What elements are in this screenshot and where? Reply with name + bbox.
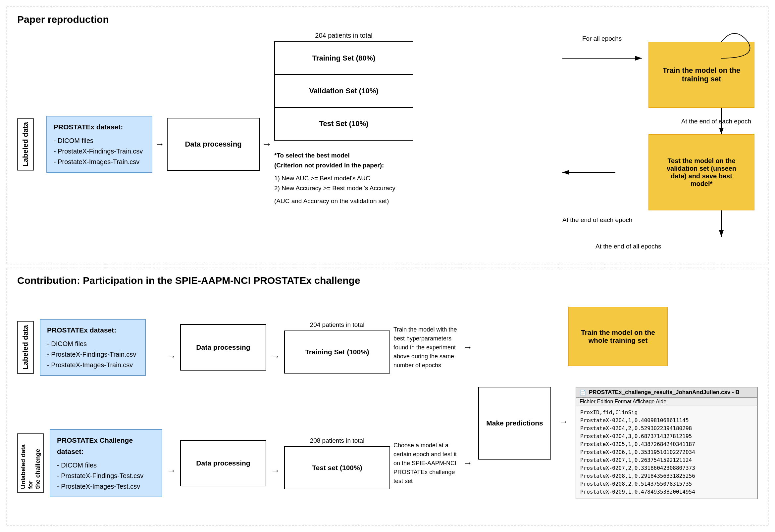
file-row-7: ProstateX-0208,1,0.29184356331825256 <box>580 472 753 480</box>
bottom-dp-top-container: Data processing <box>180 293 266 402</box>
make-predictions-container: Make predictions <box>478 387 551 460</box>
sets-box: Training Set (80%) Validation Set (10%) … <box>274 41 413 141</box>
bottom-dp-top: Data processing <box>180 324 266 371</box>
bottom-labeled-item-3: - ProstateX-Images-Train.csv <box>47 360 138 370</box>
file-row-9: ProstateX-0209,1,0.47849353820014954 <box>580 488 753 496</box>
top-note: *To select the best model (Criterion not… <box>274 151 413 206</box>
file-row-8: ProstateX-0208,2,0.5143755078315735 <box>580 480 753 488</box>
bottom-test-set-container: 208 patients in total Test set (100%) <box>284 409 390 518</box>
file-row-2: ProstateX-0204,3,0.6873714327812195 <box>580 432 753 440</box>
bottom-test-set-box: Test set (100%) <box>284 446 390 489</box>
arrow-1: → <box>152 32 167 257</box>
file-row-5: ProstateX-0207,1,0.2637541592121124 <box>580 456 753 464</box>
top-dataset-box: PROSTATEx dataset: - DICOM files - Prost… <box>46 116 152 173</box>
file-viewer-title-bar: 📄 PROSTATEx_challenge_results_JohanAndJu… <box>576 387 757 398</box>
bottom-labeled-dataset-title: PROSTATEx dataset: <box>47 325 138 336</box>
arrow-to-predictions: → <box>460 458 475 468</box>
bottom-left: Labeled data PROSTATEx dataset: - DICOM … <box>17 293 162 518</box>
train-note: Train the model with the best hyperparam… <box>393 325 460 370</box>
bottom-arrow2-top: → <box>268 351 283 362</box>
note-item-1: 1) New AUC >= Best model's AUC <box>274 173 413 183</box>
bottom-right-col: Train the model on the whole training se… <box>478 293 758 518</box>
top-patients-total: 204 patients in total <box>274 32 413 39</box>
file-row-1: ProstateX-0204,2,0.5293022394180298 <box>580 424 753 432</box>
note-title: *To select the best model <box>274 151 413 160</box>
right-flow: For all epochs Train the model on the tr… <box>562 32 754 257</box>
bottom-unlabeled-item-1: - DICOM files <box>57 460 155 470</box>
bottom-training-set-box: Training Set (100%) <box>284 331 390 374</box>
at-end-each-right-label: At the end of each epoch <box>681 118 751 125</box>
bottom-unlabeled-item-2: - ProstateX-Findings-Test.csv <box>57 470 155 481</box>
training-set-item: Training Set (80%) <box>275 42 413 75</box>
bottom-patients-top: 204 patients in total <box>310 321 365 329</box>
for-all-epochs-label: For all epochs <box>582 35 622 42</box>
bottom-sets-col: 204 patients in total Training Set (100%… <box>284 293 390 518</box>
file-icon: 📄 <box>579 389 586 396</box>
bottom-top-note-area: Train the model with the best hyperparam… <box>393 293 475 402</box>
bottom-unlabeled-item-3: - ProstateX-Images-Test.csv <box>57 481 155 492</box>
top-dataset-title: PROSTATEx dataset: <box>54 121 145 133</box>
labeled-data-side: Labeled data <box>17 32 40 257</box>
bottom-notes-col: Train the model with the best hyperparam… <box>390 293 478 518</box>
file-row-6: ProstateX-0207,2,0.33186042308807373 <box>580 464 753 472</box>
bottom-bottom-note-area: Choose a model at a certain epoch and te… <box>393 409 475 518</box>
test-box: Test the model on the validation set (un… <box>649 134 754 210</box>
bottom-labeled-dataset-box: PROSTATEx dataset: - DICOM files - Prost… <box>40 319 146 376</box>
top-dataset-item-3: - ProstateX-Images-Train.csv <box>54 156 145 167</box>
at-end-each-left-label: At the end of each epoch <box>562 216 632 224</box>
test-set-item: Test Set (10%) <box>275 108 413 140</box>
top-section: Paper reproduction Labeled data PROSTATE… <box>7 7 768 264</box>
bottom-labeled-item-2: - ProstateX-Findings-Train.csv <box>47 349 138 360</box>
bottom-labeled-item-1: - DICOM files <box>47 338 138 349</box>
file-row-0: ProstateX-0204,1,0.400981068611145 <box>580 417 753 424</box>
top-data-processing-box: Data processing <box>167 118 260 171</box>
file-row-4: ProstateX-0206,1,0.35319510102272034 <box>580 448 753 456</box>
arrow-to-file: → <box>556 417 570 427</box>
file-viewer-content: ProxID,fid,ClinSig ProstateX-0204,1,0.40… <box>576 406 757 499</box>
predictions-area: Make predictions → 📄 PROSTATEx_challenge… <box>478 387 758 518</box>
arrow-to-train-whole: → <box>460 342 475 353</box>
file-header: ProxID,fid,ClinSig <box>580 409 753 417</box>
top-dataset-container: PROSTATEx dataset: - DICOM files - Prost… <box>46 32 152 257</box>
note-item-2: 2) New Accuracy >= Best model's Accuracy <box>274 183 413 193</box>
top-dataset-item-2: - ProstateX-Findings-Train.csv <box>54 146 145 156</box>
choose-note: Choose a model at a certain epoch and te… <box>393 441 460 486</box>
file-row-3: ProstateX-0205,1,0.43872684240341187 <box>580 440 753 448</box>
bottom-arrow-top: → <box>164 351 178 362</box>
bottom-dp-bottom: Data processing <box>180 440 266 486</box>
bottom-unlabeled-data-label: Unlabeled data for the challenge <box>17 433 44 493</box>
arrow-2: → <box>260 32 274 257</box>
file-viewer-menu: Fichier Edition Format Affichage Aide <box>576 398 757 406</box>
bottom-arrow-bottom: → <box>164 465 178 476</box>
bottom-section: Contribution: Participation in the SPIE-… <box>7 268 768 525</box>
bottom-labeled-row: Labeled data PROSTATEx dataset: - DICOM … <box>17 293 162 402</box>
main-container: Paper reproduction Labeled data PROSTATE… <box>0 0 775 532</box>
labeled-data-label: Labeled data <box>17 118 34 170</box>
bottom-section-body: Labeled data PROSTATEx dataset: - DICOM … <box>17 293 758 518</box>
bottom-patients-bottom: 208 patients in total <box>310 437 365 444</box>
top-data-processing-container: Data processing <box>167 32 260 257</box>
bottom-unlabeled-dataset-box: PROSTATEx Challenge dataset: - DICOM fil… <box>50 429 162 497</box>
train-whole-container: Train the model on the whole training se… <box>478 293 758 380</box>
bottom-unlabeled-dataset-title: PROSTATEx Challenge dataset: <box>57 435 155 457</box>
bottom-dp-bottom-container: Data processing <box>180 409 266 518</box>
at-end-all-label: At the end of all epochs <box>596 243 661 250</box>
bottom-arrows-col2: → → <box>266 293 284 518</box>
note-item-3: (AUC and Accuracy on the validation set) <box>274 196 413 206</box>
top-section-title: Paper reproduction <box>17 14 758 25</box>
make-predictions-box: Make predictions <box>478 387 551 460</box>
bottom-unlabeled-row: Unlabeled data for the challenge PROSTAT… <box>17 409 162 518</box>
note-subtitle: (Criterion not provided in the paper): <box>274 160 413 170</box>
validation-set-item: Validation Set (10%) <box>275 75 413 108</box>
bottom-section-title: Contribution: Participation in the SPIE-… <box>17 275 758 286</box>
bottom-dp-col: Data processing Data processing <box>180 293 266 518</box>
train-whole-box: Train the model on the whole training se… <box>568 307 668 366</box>
bottom-arrow2-bottom: → <box>268 465 283 476</box>
top-section-body: Labeled data PROSTATEx dataset: - DICOM … <box>17 32 758 257</box>
bottom-arrows-col: → → <box>162 293 180 518</box>
bottom-labeled-data-label: Labeled data <box>17 321 34 374</box>
bottom-training-set-container: 204 patients in total Training Set (100%… <box>284 293 390 402</box>
train-box: Train the model on the training set <box>649 42 754 108</box>
top-dataset-item-1: - DICOM files <box>54 135 145 146</box>
file-viewer-title: PROSTATEx_challenge_results_JohanAndJuli… <box>589 389 740 396</box>
